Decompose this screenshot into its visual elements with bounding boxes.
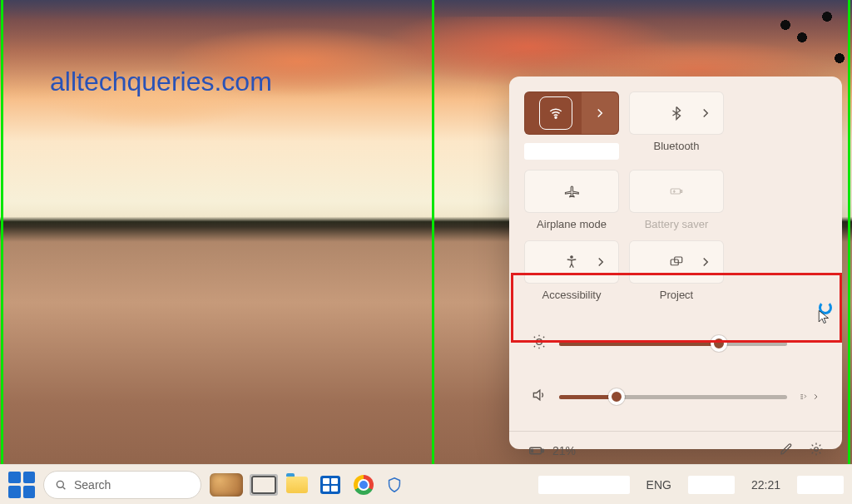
wifi-icon (543, 101, 568, 126)
airplane-icon (564, 184, 579, 199)
tile-airplane-mode[interactable] (524, 170, 619, 213)
tile-wifi-label (524, 143, 619, 160)
volume-icon (531, 387, 547, 407)
watermark-text: alltechqueries.com (50, 67, 272, 97)
file-explorer-button[interactable] (285, 472, 310, 497)
tile-wifi[interactable] (524, 91, 619, 135)
svg-point-6 (537, 339, 542, 345)
volume-slider-row (531, 383, 820, 411)
pinned-app-1[interactable] (210, 473, 243, 497)
svg-point-0 (555, 116, 557, 118)
svg-point-10 (815, 447, 819, 452)
wifi-expand-button[interactable] (582, 92, 618, 134)
quick-settings-flyout: Bluetooth Airplane mode Battery sav (509, 77, 842, 449)
chevron-right-icon (698, 106, 713, 121)
taskbar-search-placeholder: Search (74, 478, 111, 492)
tile-project[interactable] (629, 240, 724, 284)
tile-battery-saver[interactable] (629, 170, 724, 213)
edit-quick-settings-button[interactable] (779, 442, 794, 460)
svg-rect-8 (542, 449, 543, 452)
tray-clock[interactable]: 22:21 (751, 478, 780, 492)
battery-status[interactable]: 21% (528, 442, 576, 460)
gear-icon (809, 442, 824, 457)
battery-percent-text: 21% (552, 444, 576, 457)
tile-airplane-label: Airplane mode (537, 218, 607, 230)
svg-rect-2 (681, 190, 682, 193)
all-settings-button[interactable] (809, 442, 824, 460)
chrome-button[interactable] (351, 472, 376, 497)
tile-bluetooth[interactable] (629, 91, 724, 135)
tray-redacted-2 (688, 476, 735, 494)
svg-rect-9 (531, 449, 533, 453)
brightness-slider-row (531, 329, 820, 358)
tray-redacted-3 (797, 476, 844, 494)
taskbar-search[interactable]: Search (43, 471, 201, 499)
svg-point-3 (571, 256, 572, 258)
volume-slider[interactable] (559, 395, 787, 399)
audio-output-button[interactable] (799, 390, 820, 403)
audio-output-icon (799, 390, 808, 403)
pencil-icon (779, 442, 794, 457)
taskbar: Search ENG 22:21 (0, 464, 852, 504)
search-icon (54, 478, 67, 492)
chevron-right-icon (698, 254, 713, 269)
tile-bluetooth-label: Bluetooth (654, 140, 700, 152)
brightness-icon (531, 334, 547, 353)
chevron-right-icon (592, 106, 607, 121)
windows-security-button[interactable] (384, 475, 404, 495)
accessibility-icon (564, 254, 579, 269)
battery-saver-icon (669, 184, 684, 199)
chevron-right-icon (811, 390, 820, 403)
chevron-right-icon (593, 254, 608, 269)
system-tray: ENG 22:21 (538, 476, 844, 494)
tray-language[interactable]: ENG (646, 478, 671, 492)
battery-icon (528, 442, 546, 460)
bluetooth-icon (669, 106, 684, 121)
tile-accessibility-label: Accessibility (542, 289, 602, 301)
shield-icon (385, 476, 404, 494)
microsoft-store-button[interactable] (318, 472, 343, 497)
project-icon (669, 254, 684, 269)
quick-settings-tiles: Bluetooth Airplane mode Battery sav (524, 91, 827, 301)
svg-point-11 (57, 481, 63, 487)
tile-battery-saver-label: Battery saver (645, 218, 709, 230)
task-view-button[interactable] (251, 472, 276, 497)
tile-project-label: Project (660, 289, 693, 301)
brightness-slider[interactable] (559, 342, 787, 346)
tray-redacted-1 (538, 476, 630, 494)
start-button[interactable] (8, 472, 35, 498)
tile-accessibility[interactable] (524, 240, 619, 284)
